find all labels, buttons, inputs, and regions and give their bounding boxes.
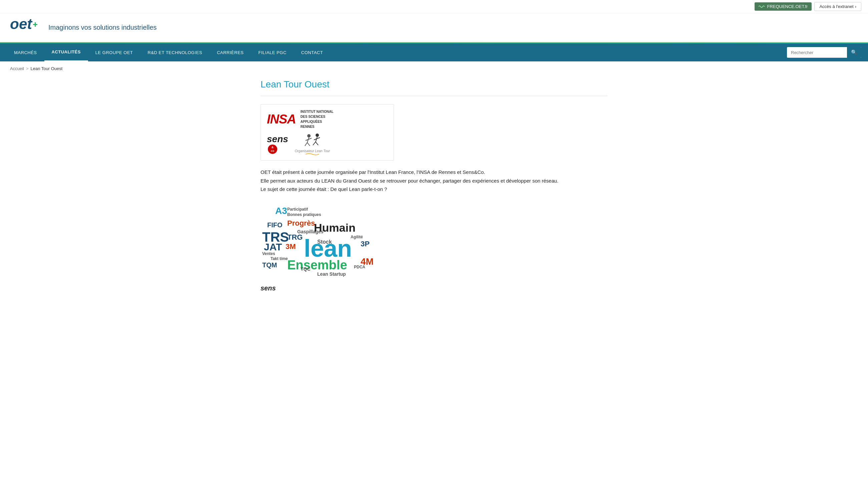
- insa-row: INSA INSTITUT NATIONAL DES SCIENCES APPL…: [267, 109, 388, 129]
- word-cloud-word: PDCA: [354, 265, 365, 269]
- svg-point-6: [307, 134, 311, 138]
- word-cloud-word: TQC: [301, 266, 311, 272]
- body-line3: Le sujet de cette journée était : De que…: [260, 185, 578, 194]
- frequence-badge[interactable]: FREQUENCE.OET.fr: [754, 2, 812, 11]
- nav-filiale-pgc[interactable]: FILIALE PGC: [251, 44, 294, 61]
- nav-actualites[interactable]: ACTUALITÉS: [44, 44, 88, 61]
- word-cloud: A3ParticipatifBonnes pratiquesProgrèsFIF…: [260, 203, 407, 283]
- insa-logo-text: INSA: [267, 112, 296, 126]
- word-cloud-word: Agilité: [350, 235, 363, 239]
- word-cloud-container: A3ParticipatifBonnes pratiquesProgrèsFIF…: [260, 203, 414, 292]
- lean-runner-svg: [299, 133, 326, 149]
- insa-subtitle-line2: DES SCIENCES: [301, 114, 334, 119]
- bottom-logos-row: sens &co: [267, 133, 388, 155]
- nav-rd-technologies[interactable]: R&D ET TECHNOLOGIES: [141, 44, 210, 61]
- breadcrumb-separator: >: [26, 66, 29, 71]
- svg-line-8: [305, 143, 307, 146]
- svg-point-0: [316, 134, 319, 137]
- breadcrumb-current: Lean Tour Ouest: [31, 66, 63, 71]
- logo-area: oe t + Imaginons vos solutions industrie…: [10, 17, 858, 38]
- sens-label: sens: [267, 134, 288, 145]
- search-icon: 🔍: [851, 49, 857, 55]
- article-body: OET était présent à cette journée organi…: [260, 168, 578, 194]
- main-nav: MARCHÉS ACTUALITÉS LE GROUPE OET R&D ET …: [0, 44, 868, 61]
- breadcrumb-home[interactable]: Accueil: [10, 66, 24, 71]
- insa-subtitle-line4: RENNES: [301, 124, 334, 129]
- word-cloud-word: A3: [275, 206, 287, 216]
- co-circle: &co: [268, 145, 277, 154]
- nav-groupe-oet[interactable]: LE GROUPE OET: [88, 44, 141, 61]
- logo[interactable]: oe t +: [10, 17, 43, 38]
- breadcrumb: Accueil > Lean Tour Ouest: [0, 61, 868, 76]
- word-cloud-word: TQM: [262, 261, 277, 269]
- word-cloud-word: Participatif: [287, 207, 308, 211]
- site-tagline: Imaginons vos solutions industrielles: [49, 24, 157, 31]
- body-line2: Elle permet aux acteurs du LEAN du Grand…: [260, 177, 578, 185]
- word-cloud-word: 3M: [285, 242, 296, 251]
- word-cloud-word: 3P: [361, 240, 370, 248]
- frequence-label: FREQUENCE.OET.fr: [767, 4, 808, 9]
- site-header: oe t + Imaginons vos solutions industrie…: [0, 13, 868, 42]
- word-cloud-word: Bonnes pratiques: [287, 212, 321, 217]
- word-cloud-word: Ensemble: [287, 258, 347, 273]
- word-cloud-word: Stock: [317, 239, 332, 245]
- svg-line-2: [313, 142, 316, 145]
- svg-line-11: [309, 138, 312, 139]
- word-cloud-word: FIFO: [267, 221, 283, 229]
- page-content: Lean Tour Ouest INSA INSTITUT NATIONAL D…: [250, 76, 618, 312]
- deco-line-svg: [306, 153, 319, 155]
- extranet-label: Accès à l'extranet: [819, 4, 853, 9]
- page-title: Lean Tour Ouest: [260, 79, 608, 90]
- runner-area: Organisateur Lean Tour: [295, 133, 330, 155]
- word-cloud-word: Progrès: [287, 219, 315, 228]
- top-bar: FREQUENCE.OET.fr Accès à l'extranet ›: [0, 0, 868, 13]
- insa-subtitle-line1: INSTITUT NATIONAL: [301, 109, 334, 114]
- search-box[interactable]: 🔍: [787, 47, 861, 58]
- word-cloud-word: Ventes: [262, 251, 275, 256]
- chevron-right-icon: ›: [855, 4, 856, 9]
- nav-contact[interactable]: CONTACT: [294, 44, 330, 61]
- nav-carrieres[interactable]: CARRIÈRES: [210, 44, 251, 61]
- insa-subtitle: INSTITUT NATIONAL DES SCIENCES APPLIQUÉE…: [301, 109, 334, 129]
- organisateur-label: Organisateur Lean Tour: [295, 149, 330, 153]
- word-cloud-word: Gaspillages: [297, 229, 323, 234]
- search-input[interactable]: [787, 48, 847, 57]
- svg-line-9: [307, 143, 310, 146]
- svg-line-3: [316, 142, 318, 145]
- word-cloud-word: Lean Startup: [317, 271, 346, 277]
- extranet-button[interactable]: Accès à l'extranet ›: [814, 2, 861, 11]
- svg-line-5: [317, 138, 320, 139]
- nav-marches[interactable]: MARCHÉS: [7, 44, 44, 61]
- sens-co-logo: sens &co: [267, 134, 288, 154]
- title-divider: [260, 96, 608, 96]
- partner-logos: INSA INSTITUT NATIONAL DES SCIENCES APPL…: [260, 104, 394, 161]
- body-line1: OET était présent à cette journée organi…: [260, 168, 578, 177]
- insa-subtitle-line3: APPLIQUÉES: [301, 119, 334, 124]
- word-cloud-word: JAT: [264, 241, 282, 253]
- search-button[interactable]: 🔍: [847, 47, 861, 58]
- word-cloud-word: Takt time: [271, 256, 288, 261]
- sens-bottom-label: sens: [260, 284, 414, 292]
- wave-icon: [758, 4, 765, 9]
